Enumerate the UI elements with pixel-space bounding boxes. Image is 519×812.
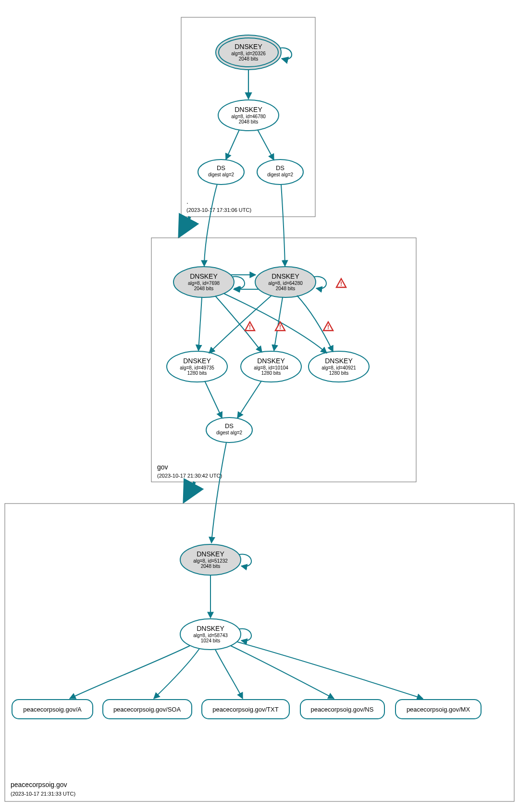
svg-text:alg=8, id=64280: alg=8, id=64280 xyxy=(268,281,303,286)
record-ns: peacecorpsoig.gov/NS xyxy=(300,700,384,719)
svg-text:DNSKEY: DNSKEY xyxy=(235,43,262,50)
svg-text:2048 bits: 2048 bits xyxy=(201,564,221,569)
svg-text:DNSKEY: DNSKEY xyxy=(190,272,218,280)
svg-text:peacecorpsoig.gov/A: peacecorpsoig.gov/A xyxy=(23,706,82,713)
node-gov-zsk1: DNSKEY alg=8, id=49735 1280 bits xyxy=(167,351,227,382)
svg-text:2048 bits: 2048 bits xyxy=(239,56,259,62)
svg-text:alg=8, id=20326: alg=8, id=20326 xyxy=(231,51,266,56)
svg-text:digest alg=2: digest alg=2 xyxy=(208,172,235,177)
warning-icon: ! xyxy=(323,322,333,331)
svg-text:DS: DS xyxy=(225,422,234,430)
svg-text:digest alg=2: digest alg=2 xyxy=(267,172,294,177)
svg-text:DS: DS xyxy=(276,164,284,172)
svg-text:DNSKEY: DNSKEY xyxy=(325,357,353,365)
svg-text:alg=8, id=46780: alg=8, id=46780 xyxy=(231,114,266,119)
svg-text:!: ! xyxy=(327,324,329,331)
svg-text:1280 bits: 1280 bits xyxy=(187,370,207,376)
zone-label-gov: gov xyxy=(157,463,168,471)
zone-ts-gov: (2023-10-17 21:30:42 UTC) xyxy=(157,473,222,479)
node-gov-ksk2: DNSKEY alg=8, id=64280 2048 bits xyxy=(255,267,316,297)
svg-text:peacecorpsoig.gov/NS: peacecorpsoig.gov/NS xyxy=(311,706,374,713)
record-txt: peacecorpsoig.gov/TXT xyxy=(202,700,289,719)
svg-text:peacecorpsoig.gov/MX: peacecorpsoig.gov/MX xyxy=(407,706,470,713)
zone-ts-leaf: (2023-10-17 21:31:33 UTC) xyxy=(11,791,75,797)
svg-text:!: ! xyxy=(249,324,251,331)
node-root-ds2: DS digest alg=2 xyxy=(257,160,303,185)
record-a: peacecorpsoig.gov/A xyxy=(12,700,93,719)
warning-icon: ! xyxy=(275,322,285,331)
warning-icon: ! xyxy=(245,322,255,331)
svg-text:alg=8, id=58743: alg=8, id=58743 xyxy=(193,633,228,638)
warning-icon: ! xyxy=(336,279,346,287)
zone-label-root: . xyxy=(186,197,188,205)
svg-text:alg=8, id=51232: alg=8, id=51232 xyxy=(193,558,228,564)
svg-text:!: ! xyxy=(279,324,281,331)
record-mx: peacecorpsoig.gov/MX xyxy=(395,700,481,719)
svg-text:alg=8, id=40921: alg=8, id=40921 xyxy=(321,365,356,370)
node-gov-zsk2: DNSKEY alg=8, id=10104 1280 bits xyxy=(241,351,301,382)
svg-text:2048 bits: 2048 bits xyxy=(276,286,296,291)
svg-text:DNSKEY: DNSKEY xyxy=(183,357,211,365)
svg-text:2048 bits: 2048 bits xyxy=(194,286,214,291)
svg-text:peacecorpsoig.gov/TXT: peacecorpsoig.gov/TXT xyxy=(212,706,278,713)
node-gov-zsk3: DNSKEY alg=8, id=40921 1280 bits xyxy=(309,351,369,382)
node-gov-ds: DS digest alg=2 xyxy=(206,418,252,443)
svg-text:1024 bits: 1024 bits xyxy=(201,638,221,643)
zone-box-leaf xyxy=(5,504,514,801)
svg-text:1280 bits: 1280 bits xyxy=(329,370,349,376)
svg-text:DNSKEY: DNSKEY xyxy=(272,272,299,280)
svg-text:peacecorpsoig.gov/SOA: peacecorpsoig.gov/SOA xyxy=(113,706,181,713)
svg-text:DNSKEY: DNSKEY xyxy=(197,625,224,632)
svg-text:2048 bits: 2048 bits xyxy=(239,119,259,124)
node-root-ds1: DS digest alg=2 xyxy=(198,160,244,185)
dnssec-graph: . (2023-10-17 17:31:06 UTC) DNSKEY alg=8… xyxy=(0,0,519,812)
svg-text:alg=8, id=7698: alg=8, id=7698 xyxy=(188,281,220,286)
svg-text:alg=8, id=49735: alg=8, id=49735 xyxy=(180,365,214,370)
svg-text:1280 bits: 1280 bits xyxy=(261,370,281,376)
node-leaf-zsk: DNSKEY alg=8, id=58743 1024 bits xyxy=(180,619,241,650)
zone-ts-root: (2023-10-17 17:31:06 UTC) xyxy=(186,207,251,213)
record-soa: peacecorpsoig.gov/SOA xyxy=(103,700,192,719)
svg-text:DNSKEY: DNSKEY xyxy=(197,550,224,558)
svg-text:DS: DS xyxy=(217,164,225,172)
svg-text:DNSKEY: DNSKEY xyxy=(235,106,262,113)
node-root-zsk: DNSKEY alg=8, id=46780 2048 bits xyxy=(218,100,279,131)
node-gov-ksk1: DNSKEY alg=8, id=7698 2048 bits xyxy=(173,267,234,297)
node-root-ksk: DNSKEY alg=8, id=20326 2048 bits xyxy=(216,35,281,70)
svg-text:!: ! xyxy=(340,281,342,287)
svg-text:DNSKEY: DNSKEY xyxy=(257,357,285,365)
svg-text:digest alg=2: digest alg=2 xyxy=(216,430,243,435)
zone-label-leaf: peacecorpsoig.gov xyxy=(11,781,67,788)
node-leaf-ksk: DNSKEY alg=8, id=51232 2048 bits xyxy=(180,544,241,575)
svg-text:alg=8, id=10104: alg=8, id=10104 xyxy=(254,365,288,370)
